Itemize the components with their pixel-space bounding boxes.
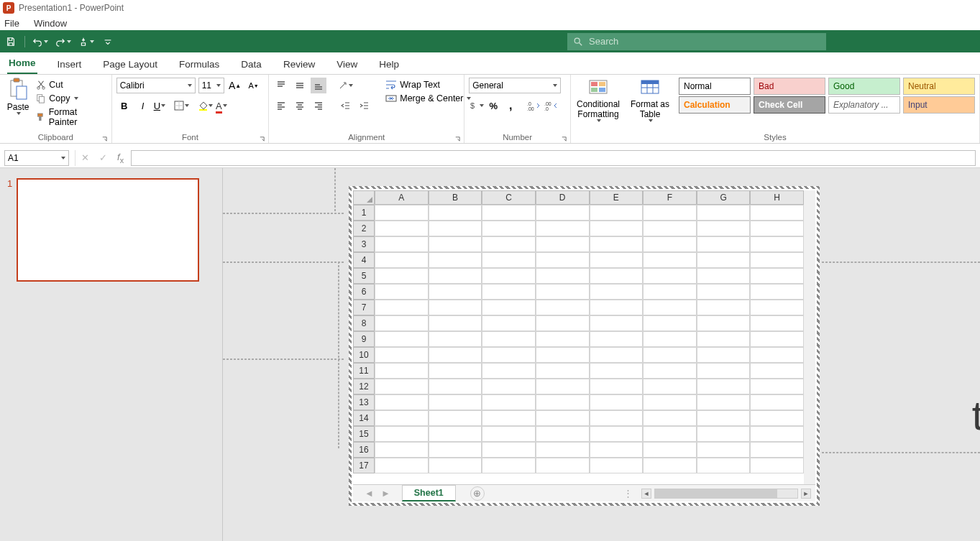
row-header[interactable]: 10	[353, 347, 375, 363]
borders-button[interactable]	[174, 101, 189, 111]
cell[interactable]	[590, 410, 644, 426]
row-header[interactable]: 8	[353, 315, 375, 331]
align-center-button[interactable]	[292, 98, 308, 114]
cell[interactable]	[429, 268, 482, 284]
number-launcher[interactable]	[560, 135, 567, 142]
tab-review[interactable]: Review	[282, 55, 316, 74]
menu-file[interactable]: File	[4, 18, 19, 29]
cell[interactable]	[590, 394, 644, 410]
tab-formulas[interactable]: Formulas	[178, 55, 221, 74]
cell[interactable]	[697, 284, 751, 300]
cell[interactable]	[375, 363, 429, 379]
insert-function-button[interactable]: fx	[117, 152, 124, 165]
accounting-format-button[interactable]: $	[469, 101, 484, 111]
undo-button[interactable]	[32, 37, 48, 47]
embedded-spreadsheet[interactable]: A B C D E F G H 123456789101112131415161…	[349, 186, 820, 506]
tab-home[interactable]: Home	[7, 53, 37, 74]
cell[interactable]	[590, 379, 644, 394]
cell[interactable]	[536, 221, 590, 236]
clipboard-launcher[interactable]	[101, 135, 109, 142]
horizontal-scrollbar[interactable]	[654, 489, 798, 499]
tab-insert[interactable]: Insert	[56, 55, 83, 74]
row-header[interactable]: 15	[353, 426, 375, 442]
slide-thumbnail[interactable]	[17, 178, 199, 282]
style-good[interactable]: Good	[828, 78, 900, 95]
row-header[interactable]: 16	[353, 442, 375, 458]
cell[interactable]	[482, 236, 536, 252]
redo-button[interactable]	[55, 37, 71, 47]
cell[interactable]	[482, 394, 536, 410]
tab-data[interactable]: Data	[239, 55, 263, 74]
cell[interactable]	[643, 442, 697, 458]
save-button[interactable]	[4, 35, 17, 48]
select-all-corner[interactable]	[353, 190, 375, 205]
cell[interactable]	[697, 458, 751, 473]
cell[interactable]	[375, 268, 429, 284]
cell[interactable]	[429, 379, 482, 394]
cell[interactable]	[482, 221, 536, 236]
decrease-decimal-button[interactable]: .00.0	[543, 98, 559, 114]
cell[interactable]	[429, 252, 482, 268]
cut-button[interactable]: Cut	[35, 79, 106, 91]
cell[interactable]	[429, 284, 482, 300]
row-header[interactable]: 17	[353, 458, 375, 473]
decrease-indent-button[interactable]	[338, 98, 354, 114]
search-input[interactable]	[589, 36, 820, 47]
cell[interactable]	[697, 347, 751, 363]
cell[interactable]	[643, 347, 697, 363]
style-check-cell[interactable]: Check Cell	[754, 96, 825, 114]
cell[interactable]	[482, 379, 536, 394]
cell[interactable]	[750, 252, 804, 268]
cell[interactable]	[697, 236, 751, 252]
cell[interactable]	[482, 426, 536, 442]
cell[interactable]	[750, 426, 804, 442]
menu-window[interactable]: Window	[34, 18, 67, 29]
style-bad[interactable]: Bad	[754, 78, 825, 95]
cell[interactable]	[750, 300, 804, 315]
align-right-button[interactable]	[311, 98, 326, 114]
increase-decimal-button[interactable]: .0.00	[526, 98, 541, 114]
col-header[interactable]: A	[375, 190, 429, 205]
style-explanatory[interactable]: Explanatory ...	[828, 96, 900, 114]
cell[interactable]	[750, 205, 804, 221]
row-header[interactable]: 4	[353, 252, 375, 268]
cell[interactable]	[590, 315, 644, 331]
style-input[interactable]: Input	[903, 96, 975, 114]
cell[interactable]	[643, 426, 697, 442]
cell[interactable]	[536, 442, 590, 458]
col-header[interactable]: D	[536, 190, 590, 205]
cell[interactable]	[643, 331, 697, 347]
cell[interactable]	[750, 410, 804, 426]
increase-font-button[interactable]: A▲	[227, 78, 243, 93]
cell[interactable]	[536, 458, 590, 473]
align-left-button[interactable]	[273, 98, 289, 114]
style-calculation[interactable]: Calculation	[679, 96, 751, 114]
cell[interactable]	[536, 363, 590, 379]
cell[interactable]	[429, 315, 482, 331]
cell[interactable]	[590, 426, 644, 442]
col-header[interactable]: E	[590, 190, 644, 205]
cell[interactable]	[697, 315, 751, 331]
cell[interactable]	[590, 236, 644, 252]
cell[interactable]	[375, 284, 429, 300]
scroll-left-button[interactable]: ◄	[641, 489, 651, 499]
underline-button[interactable]: U	[154, 101, 165, 111]
cell[interactable]	[429, 410, 482, 426]
sheet-nav-next[interactable]: ►	[381, 488, 390, 499]
sheet-nav-prev[interactable]: ◄	[365, 488, 374, 499]
percent-button[interactable]: %	[485, 98, 501, 114]
cell[interactable]	[643, 252, 697, 268]
tab-view[interactable]: View	[335, 55, 359, 74]
cell[interactable]	[590, 205, 644, 221]
cell[interactable]	[590, 347, 644, 363]
row-header[interactable]: 12	[353, 379, 375, 394]
cell[interactable]	[536, 205, 590, 221]
cell[interactable]	[482, 442, 536, 458]
cell[interactable]	[750, 315, 804, 331]
cell[interactable]	[375, 426, 429, 442]
row-header[interactable]: 13	[353, 394, 375, 410]
cell[interactable]	[482, 300, 536, 315]
cell[interactable]	[643, 394, 697, 410]
cell[interactable]	[482, 347, 536, 363]
cell[interactable]	[536, 300, 590, 315]
